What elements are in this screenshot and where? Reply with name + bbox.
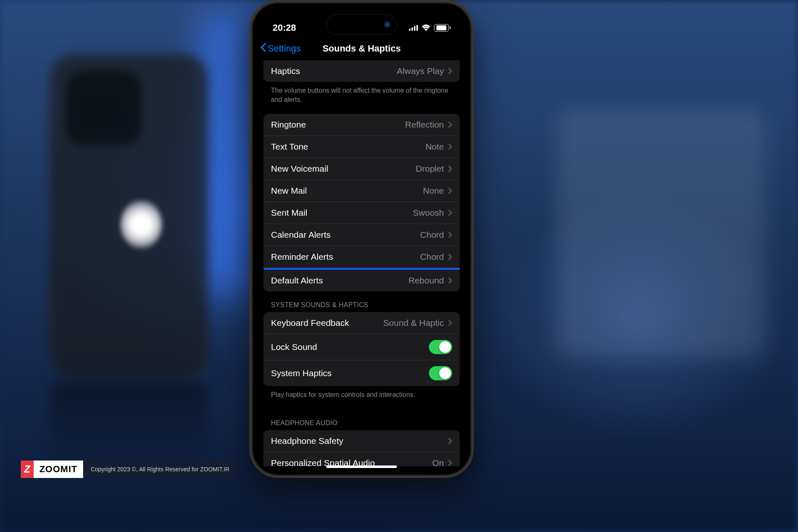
lock-sound-row: Lock Sound	[264, 334, 460, 360]
headphone-audio-group: Headphone Safety Personalized Spatial Au…	[264, 430, 460, 466]
lock-sound-toggle[interactable]	[429, 340, 452, 354]
sent-mail-row[interactable]: Sent Mail Swoosh	[264, 202, 460, 224]
chevron-right-icon	[448, 232, 452, 238]
system-footer: Play haptics for system controls and int…	[264, 386, 460, 409]
page-title: Sounds & Haptics	[323, 43, 401, 54]
background-reflection	[50, 382, 208, 466]
haptics-footer: The volume buttons will not affect the v…	[264, 82, 460, 114]
chevron-right-icon	[448, 254, 452, 260]
chevron-right-icon	[448, 187, 452, 194]
sounds-group: Ringtone Reflection Text Tone Note New V…	[264, 114, 460, 291]
chevron-right-icon	[448, 68, 452, 74]
chevron-right-icon	[448, 209, 452, 216]
background-right-object	[557, 108, 765, 357]
haptics-label: Haptics	[271, 66, 300, 76]
calendar-alerts-row[interactable]: Calendar Alerts Chord	[264, 224, 460, 246]
phone-screen: 20:28 80	[255, 6, 468, 472]
background-apple-logo	[121, 200, 162, 249]
back-label: Settings	[268, 43, 301, 54]
svg-rect-3	[416, 25, 418, 31]
ringtone-row[interactable]: Ringtone Reflection	[264, 114, 460, 136]
keyboard-feedback-row[interactable]: Keyboard Feedback Sound & Haptic	[264, 312, 460, 334]
watermark: Z ZOOMIT Copyright 2023 ©, All Rights Re…	[21, 461, 237, 478]
status-icons: 80	[409, 24, 451, 32]
headphone-audio-header: HEADPHONE AUDIO	[264, 409, 460, 430]
text-tone-row[interactable]: Text Tone Note	[264, 136, 460, 158]
wifi-icon	[421, 25, 431, 31]
navigation-bar: Settings Sounds & Haptics	[255, 37, 468, 60]
cellular-signal-icon	[409, 25, 418, 31]
status-time: 20:28	[273, 22, 296, 33]
system-haptics-toggle[interactable]	[429, 366, 452, 380]
system-sounds-group: Keyboard Feedback Sound & Haptic Lock So…	[264, 312, 460, 386]
chevron-right-icon	[448, 143, 452, 150]
system-sounds-header: SYSTEM SOUNDS & HAPTICS	[264, 291, 460, 312]
phone-frame: 20:28 80	[249, 0, 474, 478]
haptics-group: Haptics Always Play	[264, 60, 460, 82]
chevron-right-icon	[448, 320, 452, 326]
chevron-right-icon	[448, 460, 452, 466]
haptics-value: Always Play	[397, 66, 444, 76]
chevron-right-icon	[448, 438, 452, 444]
svg-rect-1	[411, 27, 413, 31]
battery-indicator: 80	[434, 24, 451, 32]
new-voicemail-row[interactable]: New Voicemail Droplet	[264, 158, 460, 180]
headphone-safety-row[interactable]: Headphone Safety	[264, 430, 460, 452]
chevron-right-icon	[448, 165, 452, 172]
chevron-left-icon	[260, 43, 266, 54]
back-button[interactable]: Settings	[260, 43, 301, 54]
background-phone-lens	[66, 71, 141, 145]
system-haptics-row: System Haptics	[264, 360, 460, 386]
spatial-audio-row[interactable]: Personalized Spatial Audio On	[264, 452, 460, 466]
watermark-logo-icon: Z	[21, 461, 34, 478]
reminder-alerts-row[interactable]: Reminder Alerts Chord	[264, 246, 460, 268]
watermark-copyright: Copyright 2023 ©, All Rights Reserved fo…	[83, 466, 237, 473]
chevron-right-icon	[448, 277, 452, 284]
home-indicator[interactable]	[326, 466, 397, 468]
dynamic-island	[326, 14, 397, 35]
default-alerts-row[interactable]: Default Alerts Rebound	[264, 268, 460, 291]
haptics-row[interactable]: Haptics Always Play	[264, 60, 460, 82]
front-camera	[383, 20, 392, 29]
chevron-right-icon	[448, 121, 452, 128]
svg-rect-2	[414, 26, 416, 31]
watermark-brand: ZOOMIT	[34, 461, 84, 478]
svg-rect-0	[409, 29, 411, 31]
new-mail-row[interactable]: New Mail None	[264, 180, 460, 202]
settings-content[interactable]: Haptics Always Play The volume buttons w…	[255, 60, 468, 466]
